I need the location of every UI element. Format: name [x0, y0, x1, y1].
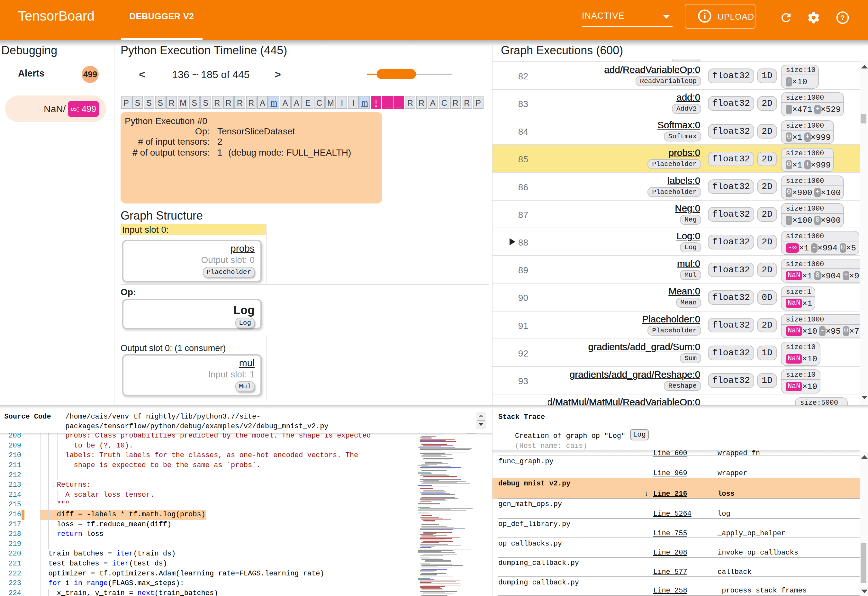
svg-text:?: ?: [840, 13, 845, 22]
